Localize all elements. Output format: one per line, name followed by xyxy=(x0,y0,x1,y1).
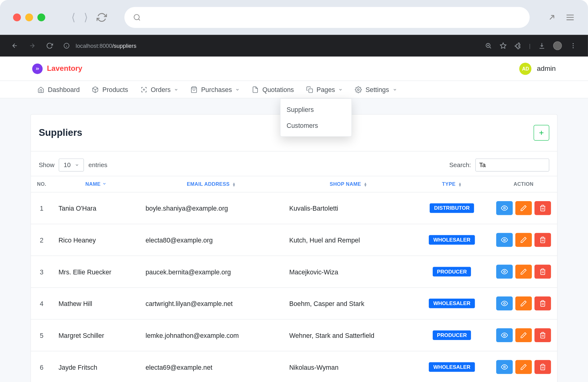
edit-button[interactable] xyxy=(515,201,532,215)
browser-chrome: ⟨ ⟩ xyxy=(0,0,588,35)
delete-button[interactable] xyxy=(534,233,551,247)
svg-point-10 xyxy=(503,239,505,241)
type-badge: WHOLESALER xyxy=(429,362,475,372)
cell-type: PRODUCER xyxy=(414,256,490,288)
back-button[interactable]: ⟨ xyxy=(71,11,75,24)
kebab-menu-icon[interactable] xyxy=(570,42,577,49)
package-icon xyxy=(140,86,147,93)
delete-button[interactable] xyxy=(534,328,551,342)
cell-name: Tania O'Hara xyxy=(52,192,139,224)
delete-button[interactable] xyxy=(534,360,551,374)
inner-reload-icon[interactable] xyxy=(46,42,53,49)
svg-point-11 xyxy=(503,271,505,273)
type-badge: DISTRIBUTOR xyxy=(430,203,474,213)
view-button[interactable] xyxy=(496,265,513,278)
cell-name: Rico Heaney xyxy=(52,224,139,256)
delete-button[interactable] xyxy=(534,296,551,310)
table-row: 6 Jayde Fritsch electa69@example.net Nik… xyxy=(31,351,557,382)
edit-button[interactable] xyxy=(515,296,532,310)
logo-icon xyxy=(34,67,40,71)
dropdown-item-label: Customers xyxy=(287,122,318,129)
dropdown-item-label: Suppliers xyxy=(287,106,314,113)
traffic-lights xyxy=(13,13,45,21)
search-input[interactable] xyxy=(475,159,549,172)
delete-button[interactable] xyxy=(534,265,551,278)
view-button[interactable] xyxy=(496,201,513,215)
svg-point-4 xyxy=(573,43,574,44)
cell-shop: Boehm, Casper and Stark xyxy=(283,288,414,319)
pencil-icon xyxy=(520,204,527,212)
type-badge: WHOLESALER xyxy=(429,299,475,308)
edit-button[interactable] xyxy=(515,328,532,342)
trash-icon xyxy=(539,332,546,339)
col-name[interactable]: NAME xyxy=(52,176,139,192)
cell-no: 2 xyxy=(31,224,52,256)
trash-icon xyxy=(539,300,546,307)
col-email[interactable]: EMAIL ADDRESS▲▼ xyxy=(139,176,283,192)
omnibox[interactable] xyxy=(124,7,530,28)
logo[interactable]: Laventory xyxy=(32,63,82,74)
pencil-icon xyxy=(520,332,527,339)
dropdown-item-customers[interactable]: Customers xyxy=(281,117,351,134)
reload-icon[interactable] xyxy=(96,12,107,23)
cell-email: cartwright.lilyan@example.net xyxy=(139,288,283,319)
extension-icon[interactable] xyxy=(514,42,521,49)
search-icon xyxy=(133,13,141,21)
suppliers-table: NO. NAME EMAIL ADDRESS▲▼ SHOP NAME▲▼ TYP… xyxy=(31,176,557,382)
profile-avatar[interactable] xyxy=(553,41,562,50)
view-button[interactable] xyxy=(496,233,513,247)
menu-icon[interactable] xyxy=(565,13,575,22)
nav-purchases[interactable]: Purchases xyxy=(191,86,240,93)
pencil-icon xyxy=(520,300,527,307)
minimize-window-button[interactable] xyxy=(25,13,33,21)
col-shop[interactable]: SHOP NAME▲▼ xyxy=(283,176,414,192)
col-no[interactable]: NO. xyxy=(31,176,52,192)
nav-quotations[interactable]: Quotations xyxy=(252,86,294,93)
nav-products[interactable]: Products xyxy=(92,86,128,93)
cell-email: paucek.bernita@example.org xyxy=(139,256,283,288)
url-bar[interactable]: localhost:8000/suppliers xyxy=(63,42,474,49)
nav-orders[interactable]: Orders xyxy=(140,86,179,93)
view-button[interactable] xyxy=(496,296,513,310)
cell-no: 6 xyxy=(31,351,52,382)
edit-button[interactable] xyxy=(515,265,532,278)
inner-back-icon[interactable] xyxy=(11,42,18,49)
edit-button[interactable] xyxy=(515,360,532,374)
chevron-down-icon xyxy=(338,87,343,92)
nav-pages[interactable]: Pages xyxy=(306,86,343,93)
eye-icon xyxy=(501,300,508,307)
col-type[interactable]: TYPE▲▼ xyxy=(414,176,490,192)
dropdown-item-suppliers[interactable]: Suppliers xyxy=(281,101,351,118)
view-button[interactable] xyxy=(496,360,513,374)
trash-icon xyxy=(539,268,546,275)
star-icon[interactable] xyxy=(499,42,507,49)
pencil-icon xyxy=(520,268,527,275)
zoom-icon[interactable] xyxy=(485,42,492,49)
nav-settings[interactable]: Settings xyxy=(355,86,397,93)
view-button[interactable] xyxy=(496,328,513,342)
delete-button[interactable] xyxy=(534,201,551,215)
nav-dashboard[interactable]: Dashboard xyxy=(37,86,80,93)
expand-icon[interactable] xyxy=(547,13,556,22)
cell-shop: Kuvalis-Bartoletti xyxy=(283,192,414,224)
cell-name: Mathew Hill xyxy=(52,288,139,319)
cell-type: DISTRIBUTOR xyxy=(414,192,490,224)
cell-no: 3 xyxy=(31,256,52,288)
file-icon xyxy=(252,86,259,93)
close-window-button[interactable] xyxy=(13,13,21,21)
cell-no: 1 xyxy=(31,192,52,224)
nav-purchases-label: Purchases xyxy=(201,86,232,93)
entries-select[interactable]: 10 xyxy=(59,159,84,172)
download-icon[interactable] xyxy=(538,42,545,49)
user-menu[interactable]: AD admin xyxy=(519,63,556,75)
nav-orders-label: Orders xyxy=(151,86,171,93)
logo-text: Laventory xyxy=(47,64,82,73)
main-nav: Dashboard Products Orders Purchases Quot… xyxy=(0,81,588,98)
add-supplier-button[interactable] xyxy=(533,125,549,141)
inner-forward-icon[interactable] xyxy=(29,42,36,49)
maximize-window-button[interactable] xyxy=(37,13,45,21)
edit-button[interactable] xyxy=(515,233,532,247)
show-label: Show xyxy=(39,162,55,169)
cell-actions xyxy=(490,319,557,351)
forward-button[interactable]: ⟩ xyxy=(84,11,88,24)
